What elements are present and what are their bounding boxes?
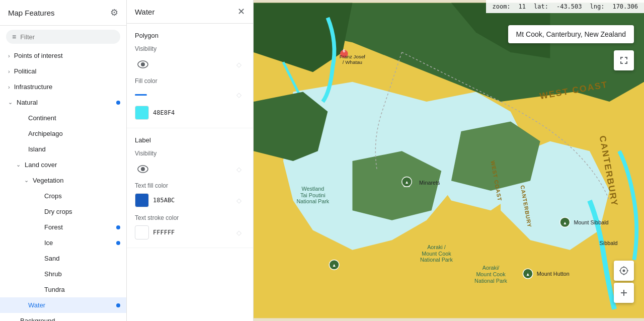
sidebar-item-continent[interactable]: Continent (0, 110, 126, 126)
fill-color-label: Fill color (135, 77, 245, 85)
text-stroke-color-value: FFFFFF (153, 229, 175, 236)
search-input[interactable] (20, 33, 114, 41)
sidebar-item-label: Island (28, 145, 46, 153)
polygon-section-title: Polygon (135, 32, 245, 39)
lat-value: -43.503 (556, 3, 582, 10)
sidebar-title: Map Features (8, 9, 55, 17)
fill-color-swatch-row: 48E8F4 (135, 106, 245, 120)
search-filter[interactable]: ≡ (6, 30, 120, 44)
sidebar-item-dry-crops[interactable]: Dry crops (0, 204, 126, 219)
svg-text:/ Whatau: / Whatau (343, 59, 362, 65)
visibility-row: ◇ (135, 56, 245, 72)
fill-color-line (135, 94, 147, 96)
text-fill-color-value: 185ABC (153, 197, 175, 204)
sidebar-item-land-cover[interactable]: ⌄Land cover (0, 157, 126, 173)
modified-dot (116, 303, 120, 307)
sidebar-item-label: Political (14, 67, 37, 75)
modified-dot (116, 241, 120, 245)
sidebar-item-label: Archipelago (28, 130, 63, 137)
svg-text:Mount Hutton: Mount Hutton (537, 271, 570, 277)
text-fill-color-diamond[interactable]: ◇ (233, 194, 245, 206)
svg-text:▲: ▲ (526, 272, 530, 277)
svg-point-46 (623, 270, 625, 272)
sidebar-item-archipelago[interactable]: Archipelago (0, 126, 126, 141)
svg-text:Aoraki/: Aoraki/ (482, 265, 500, 271)
sidebar-item-forest[interactable]: Forest (0, 219, 126, 235)
svg-text:Minarets: Minarets (419, 180, 440, 186)
sidebar-item-shrub[interactable]: Shrub (0, 266, 126, 282)
sidebar-item-label: Crops (44, 192, 62, 200)
lat-label: lat: (534, 3, 548, 10)
sidebar-item-infrastructure[interactable]: ›Infrastructure (0, 79, 126, 95)
sidebar-item-natural[interactable]: ⌄Natural (0, 95, 126, 110)
svg-text:▲: ▲ (562, 220, 567, 225)
visibility-toggle[interactable] (135, 56, 151, 72)
sidebar-item-label: Natural (17, 99, 38, 106)
text-fill-color-swatch[interactable] (135, 193, 149, 207)
sidebar-item-background[interactable]: Background (0, 313, 126, 321)
sidebar-item-political[interactable]: ›Political (0, 63, 126, 79)
sidebar-item-label: Tundra (44, 286, 65, 293)
fill-color-diamond[interactable]: ◇ (233, 89, 245, 101)
svg-text:Mount Sibbald: Mount Sibbald (574, 219, 609, 225)
sidebar-item-tundra[interactable]: Tundra (0, 282, 126, 297)
fill-color-row: ◇ (135, 89, 245, 101)
map-area[interactable]: WEST COAST CANTERBURY WEST COAST CANTERB… (254, 0, 644, 321)
sidebar-item-island[interactable]: Island (0, 141, 126, 157)
text-stroke-color-row: FFFFFF ◇ (135, 225, 245, 239)
fill-color-swatch[interactable] (135, 106, 149, 120)
fill-color-value: 48E8F4 (153, 109, 175, 116)
text-stroke-color-swatch[interactable] (135, 225, 149, 239)
sidebar-item-crops[interactable]: Crops (0, 188, 126, 204)
chevron-icon: ⌄ (16, 162, 21, 168)
polygon-section: Polygon Visibility ◇ Fill color ◇ 48E8F4 (127, 24, 253, 128)
label-section-title: Label (135, 136, 245, 144)
sidebar-item-water[interactable]: Water (0, 297, 126, 313)
zoom-in-button[interactable] (614, 283, 634, 303)
fullscreen-button[interactable] (614, 50, 634, 70)
location-button[interactable] (614, 261, 634, 281)
visibility-label: Visibility (135, 45, 245, 52)
label-section: Label Visibility ◇ Text fill color 185AB… (127, 128, 253, 248)
svg-text:Mount Cook: Mount Cook (476, 271, 506, 277)
svg-text:6: 6 (343, 48, 345, 53)
lng-value: 170.306 (612, 3, 638, 10)
svg-text:Mount Cook: Mount Cook (422, 251, 451, 257)
close-button[interactable]: ✕ (237, 7, 245, 16)
sidebar-header: Map Features ⚙ (0, 0, 126, 26)
sidebar-item-label: Background (20, 317, 55, 321)
svg-text:National Park: National Park (296, 198, 329, 204)
sidebar: Map Features ⚙ ≡ ›Points of interest›Pol… (0, 0, 127, 321)
chevron-icon: › (8, 68, 10, 74)
label-visibility-row: ◇ (135, 161, 245, 177)
svg-text:Tai Poutini: Tai Poutini (300, 192, 326, 198)
sidebar-item-label: Shrub (44, 270, 62, 278)
label-visibility-diamond[interactable]: ◇ (233, 163, 245, 175)
visibility-diamond[interactable]: ◇ (233, 58, 245, 70)
sidebar-item-label: Continent (28, 114, 56, 122)
panel-title: Water (135, 8, 154, 16)
svg-text:National Park: National Park (474, 278, 507, 284)
chevron-icon: › (8, 84, 10, 90)
sidebar-item-points-of-interest[interactable]: ›Points of interest (0, 48, 126, 63)
chevron-icon: ⌄ (8, 99, 13, 106)
label-visibility-toggle[interactable] (135, 161, 151, 177)
sidebar-item-ice[interactable]: Ice (0, 235, 126, 251)
modified-dot (116, 101, 120, 105)
text-stroke-color-diamond[interactable]: ◇ (233, 226, 245, 238)
sidebar-item-label: Points of interest (14, 52, 63, 59)
sidebar-item-vegetation[interactable]: ⌄Vegetation (0, 173, 126, 188)
gear-icon[interactable]: ⚙ (110, 7, 118, 18)
svg-text:Sibbald: Sibbald (600, 240, 618, 246)
svg-point-1 (141, 62, 145, 66)
filter-icon: ≡ (12, 33, 16, 41)
feature-panel: Water ✕ Polygon Visibility ◇ Fill color … (127, 0, 254, 321)
text-fill-color-row: 185ABC ◇ (135, 193, 245, 207)
sidebar-item-sand[interactable]: Sand (0, 251, 126, 266)
svg-text:National Park: National Park (420, 257, 453, 263)
map-tooltip: Mt Cook, Canterbury, New Zealand (508, 25, 634, 43)
svg-point-3 (141, 167, 145, 171)
sidebar-item-label: Dry crops (44, 208, 72, 215)
sidebar-item-label: Infrastructure (14, 83, 53, 91)
sidebar-item-label: Sand (44, 255, 59, 262)
